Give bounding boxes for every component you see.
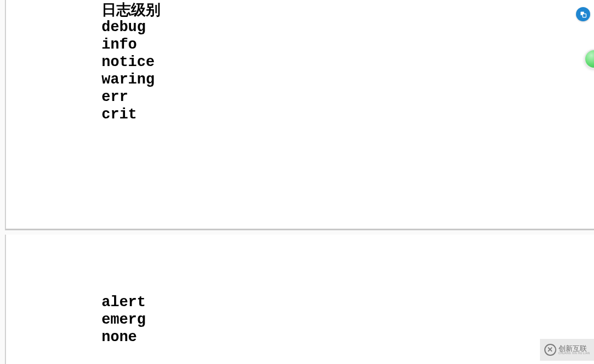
log-level-item: debug	[102, 19, 161, 36]
watermark-logo-icon: ✕	[544, 344, 556, 356]
log-level-item: emerg	[102, 311, 146, 329]
watermark-badge: ✕ 创新互联 CHUANG XIN HU LIAN	[540, 339, 594, 361]
log-level-block-top: 日志级别 debug info notice waring err crit	[102, 1, 161, 123]
document-panel-top: 日志级别 debug info notice waring err crit	[5, 0, 594, 230]
section-title: 日志级别	[102, 1, 161, 19]
log-level-block-bottom: alert emerg none	[102, 294, 146, 346]
log-level-item: info	[102, 36, 161, 53]
svg-rect-1	[583, 14, 586, 17]
log-level-item: err	[102, 88, 161, 106]
translate-icon[interactable]	[576, 7, 590, 21]
log-level-item: waring	[102, 71, 161, 88]
watermark-subtext: CHUANG XIN HU LIAN	[559, 352, 590, 355]
log-level-item: alert	[102, 294, 146, 311]
document-panel-bottom: alert emerg none	[5, 235, 594, 364]
log-level-item: notice	[102, 53, 161, 71]
log-level-item: crit	[102, 106, 161, 123]
log-level-item: none	[102, 329, 146, 346]
